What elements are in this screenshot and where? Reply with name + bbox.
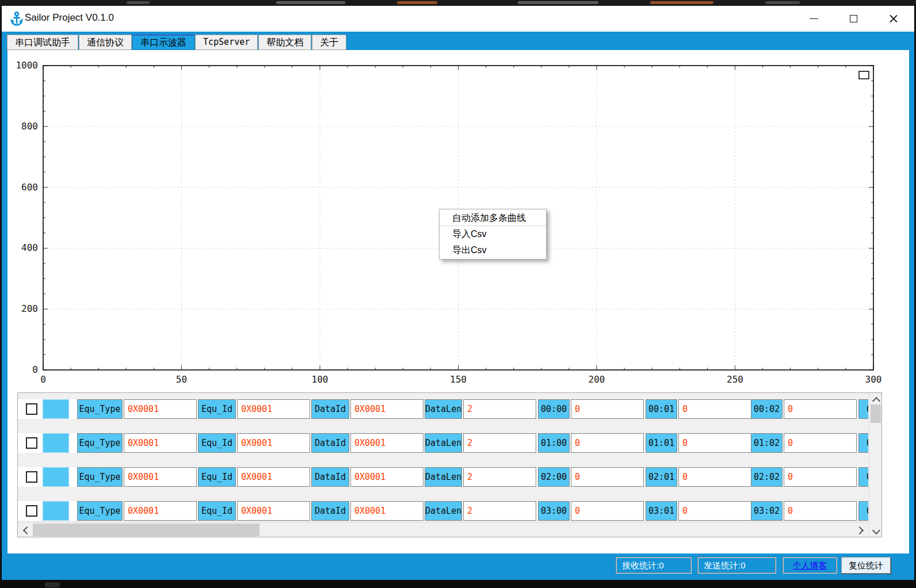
- chevron-down-icon: [873, 529, 879, 534]
- field-label: DataId: [311, 433, 349, 453]
- field-label: DataLen: [425, 501, 462, 521]
- maximize-button[interactable]: [834, 6, 873, 32]
- tab-serial-debug-assistant[interactable]: 串口调试助手: [7, 35, 78, 50]
- context-menu-item-0[interactable]: 自动添加多条曲线: [440, 210, 546, 226]
- field-value[interactable]: 0: [784, 433, 857, 453]
- field-value[interactable]: 0X0001: [237, 501, 310, 521]
- titlebar[interactable]: Sailor Project V0.1.0: [2, 6, 914, 32]
- svg-text:150: 150: [450, 374, 467, 385]
- field-value[interactable]: 0X0001: [124, 501, 197, 521]
- scroll-left-button[interactable]: [18, 522, 32, 537]
- close-button[interactable]: [873, 6, 913, 32]
- field-value[interactable]: 0: [784, 501, 857, 521]
- field-label: DataId: [311, 399, 349, 419]
- chevron-right-icon: [858, 528, 863, 533]
- chevron-left-icon: [22, 528, 28, 533]
- field-value[interactable]: 0: [678, 467, 751, 487]
- personal-blog-link[interactable]: 个人博客: [793, 560, 827, 570]
- field-value[interactable]: 0: [571, 399, 644, 419]
- tab-communication-protocol[interactable]: 通信协议: [79, 35, 132, 50]
- field-value[interactable]: 0X0001: [237, 433, 310, 453]
- curve-color-swatch[interactable]: [43, 399, 69, 419]
- tab-serial-oscilloscope[interactable]: 串口示波器: [132, 35, 194, 50]
- maximize-icon: [850, 15, 857, 22]
- field-value[interactable]: 0: [678, 433, 751, 453]
- scroll-up-button[interactable]: [869, 393, 882, 404]
- context-menu-item-1[interactable]: 导入Csv: [440, 226, 546, 242]
- field-label-truncated: 02: [858, 467, 868, 487]
- horizontal-scroll-thumb[interactable]: [33, 524, 259, 536]
- field-value[interactable]: 2: [463, 501, 536, 521]
- field-value[interactable]: 0: [571, 433, 644, 453]
- field-value[interactable]: 0X0001: [124, 399, 197, 419]
- field-value[interactable]: 0: [571, 467, 644, 487]
- field-label: DataLen: [425, 467, 462, 487]
- field-label: 00:01: [646, 399, 677, 419]
- field-label: DataLen: [425, 433, 462, 453]
- svg-text:50: 50: [176, 374, 187, 385]
- legend-box: [859, 71, 869, 79]
- field-value[interactable]: 0: [678, 399, 751, 419]
- field-value[interactable]: 2: [463, 433, 536, 453]
- field-value[interactable]: 0X0001: [350, 399, 423, 419]
- curve-row-1: Equ_Type0X0001Equ_Id0X0001DataId0X0001Da…: [18, 433, 868, 453]
- field-value[interactable]: 0X0001: [124, 467, 197, 487]
- anchor-app-icon: [9, 11, 24, 26]
- close-icon: [889, 14, 898, 23]
- tab-about[interactable]: 关于: [312, 35, 346, 50]
- field-value[interactable]: 0: [678, 501, 751, 521]
- tab-help-docs[interactable]: 帮助文档: [258, 35, 311, 50]
- svg-text:200: 200: [21, 303, 38, 314]
- receive-stats: 接收统计:0: [616, 557, 692, 574]
- field-label: Equ_Type: [77, 501, 123, 521]
- field-value[interactable]: 2: [463, 399, 536, 419]
- curve-color-swatch[interactable]: [43, 501, 69, 521]
- curve-table: Equ_Type0X0001Equ_Id0X0001DataId0X0001Da…: [17, 392, 882, 537]
- curve-visible-checkbox[interactable]: [26, 471, 37, 483]
- field-value[interactable]: 0X0001: [350, 501, 423, 521]
- tab-tcp-server[interactable]: TcpServer: [195, 35, 258, 50]
- field-label: Equ_Id: [198, 399, 236, 419]
- curve-visible-checkbox[interactable]: [26, 437, 37, 449]
- field-label: 01:00: [538, 433, 570, 453]
- field-value[interactable]: 0: [784, 399, 857, 419]
- curve-color-swatch[interactable]: [43, 433, 69, 453]
- field-value[interactable]: 2: [463, 467, 536, 487]
- horizontal-scrollbar[interactable]: [18, 522, 868, 537]
- vertical-scroll-thumb[interactable]: [871, 404, 881, 423]
- curve-color-swatch[interactable]: [43, 467, 69, 487]
- field-label: DataId: [311, 467, 349, 487]
- background-window-strip: [0, 0, 916, 6]
- svg-text:250: 250: [727, 374, 743, 385]
- window-title: Sailor Project V0.1.0: [25, 12, 114, 24]
- svg-text:600: 600: [21, 182, 38, 193]
- blog-link-box: 个人博客: [783, 557, 837, 574]
- field-value[interactable]: 0X0001: [237, 467, 310, 487]
- field-label: 02:00: [538, 467, 570, 487]
- curve-visible-checkbox[interactable]: [26, 505, 37, 517]
- field-label: DataLen: [425, 399, 462, 419]
- minimize-button[interactable]: [794, 6, 834, 32]
- svg-text:1000: 1000: [16, 60, 38, 71]
- svg-text:800: 800: [21, 121, 38, 132]
- svg-text:300: 300: [865, 374, 882, 385]
- field-value[interactable]: 0X0001: [124, 433, 197, 453]
- field-label: 01:02: [751, 433, 783, 453]
- field-value[interactable]: 0: [571, 501, 644, 521]
- app-window: Sailor Project V0.1.0 串口调试助手通信协议串口示波器Tcp…: [2, 6, 914, 580]
- curve-row-3: Equ_Type0X0001Equ_Id0X0001DataId0X0001Da…: [18, 501, 868, 521]
- field-value[interactable]: 0X0001: [237, 399, 310, 419]
- field-value[interactable]: 0: [784, 467, 857, 487]
- scroll-right-button[interactable]: [853, 522, 867, 537]
- send-stats: 发送统计:0: [697, 557, 776, 574]
- vertical-scrollbar[interactable]: [869, 393, 881, 537]
- field-label-truncated: 03: [858, 501, 868, 521]
- svg-text:100: 100: [312, 374, 329, 385]
- curve-visible-checkbox[interactable]: [26, 403, 37, 415]
- context-menu-item-2[interactable]: 导出Csv: [440, 242, 546, 258]
- field-value[interactable]: 0X0001: [350, 433, 423, 453]
- reset-stats-button[interactable]: 复位统计: [841, 557, 891, 574]
- field-value[interactable]: 0X0001: [350, 467, 423, 487]
- field-label: Equ_Type: [77, 433, 123, 453]
- scroll-down-button[interactable]: [869, 525, 882, 537]
